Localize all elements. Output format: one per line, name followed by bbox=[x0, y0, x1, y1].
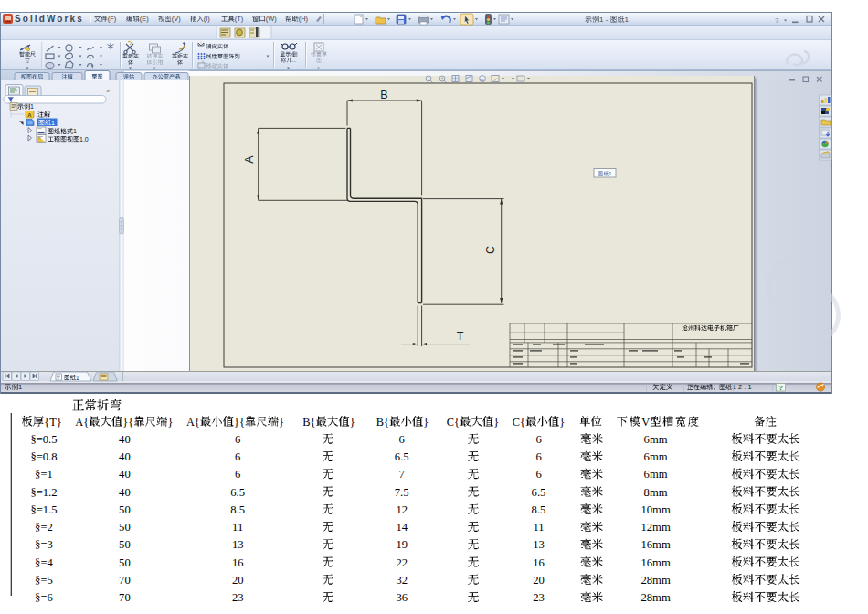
svg-text:13: 13 bbox=[533, 538, 545, 551]
svg-text:11: 11 bbox=[533, 521, 544, 534]
svg-text:(W): (W) bbox=[266, 15, 277, 23]
svg-text:6: 6 bbox=[235, 450, 240, 463]
svg-text:8mm: 8mm bbox=[644, 486, 668, 499]
svg-text:}: } bbox=[559, 416, 565, 429]
svg-text:8.5: 8.5 bbox=[532, 503, 546, 516]
svg-text:C: C bbox=[484, 246, 497, 254]
svg-text:(T): (T) bbox=[235, 15, 243, 23]
svg-text:2 : 1: 2 : 1 bbox=[738, 383, 752, 391]
svg-text:40: 40 bbox=[119, 450, 131, 463]
svg-text:1.0: 1.0 bbox=[79, 136, 89, 143]
svg-text:1: 1 bbox=[609, 171, 611, 176]
svg-text:§=1: §=1 bbox=[35, 468, 53, 481]
svg-text:22: 22 bbox=[396, 556, 408, 569]
svg-text:§=5: §=5 bbox=[35, 574, 53, 587]
svg-text:12mm: 12mm bbox=[641, 521, 671, 534]
svg-text:}{: }{ bbox=[234, 416, 245, 429]
svg-text:6: 6 bbox=[235, 433, 240, 446]
svg-text:50: 50 bbox=[119, 556, 131, 569]
svg-text:§=1.2: §=1.2 bbox=[30, 486, 57, 499]
svg-text:§=2: §=2 bbox=[35, 521, 53, 534]
svg-text:§=6: §=6 bbox=[35, 591, 53, 604]
svg-text:40: 40 bbox=[119, 433, 131, 446]
svg-text:50: 50 bbox=[119, 521, 131, 534]
svg-text:7: 7 bbox=[399, 468, 405, 481]
svg-text:6: 6 bbox=[535, 450, 541, 463]
svg-text:23: 23 bbox=[533, 591, 545, 604]
svg-text:40: 40 bbox=[119, 486, 131, 499]
svg-text:(I): (I) bbox=[204, 15, 210, 23]
svg-text:}: } bbox=[423, 416, 429, 429]
svg-text:32: 32 bbox=[396, 574, 408, 587]
svg-text:V: V bbox=[641, 416, 650, 429]
svg-text:36: 36 bbox=[396, 591, 408, 604]
svg-text:6mm: 6mm bbox=[644, 450, 668, 463]
svg-text:23: 23 bbox=[232, 591, 244, 604]
svg-text:12: 12 bbox=[396, 503, 408, 516]
svg-text:11: 11 bbox=[232, 521, 243, 534]
svg-text:§=4: §=4 bbox=[35, 556, 53, 569]
svg-text:19: 19 bbox=[396, 538, 408, 551]
svg-text:28mm: 28mm bbox=[641, 591, 671, 604]
svg-text:20: 20 bbox=[232, 574, 244, 587]
svg-text:?: ? bbox=[778, 384, 783, 392]
svg-text:6: 6 bbox=[535, 468, 541, 481]
svg-text:§=3: §=3 bbox=[35, 538, 53, 551]
svg-text:1: 1 bbox=[73, 128, 77, 134]
svg-text:6.5: 6.5 bbox=[532, 486, 546, 499]
svg-text:A: A bbox=[27, 112, 32, 118]
svg-text:{T}: {T} bbox=[44, 416, 61, 429]
svg-text:6.5: 6.5 bbox=[395, 450, 409, 463]
svg-text:1: 1 bbox=[51, 120, 55, 126]
svg-text:...: ... bbox=[292, 58, 297, 63]
svg-text:50: 50 bbox=[119, 503, 131, 516]
svg-text:A{: A{ bbox=[75, 416, 89, 429]
svg-text:6: 6 bbox=[235, 468, 240, 481]
svg-text:?: ? bbox=[775, 16, 779, 25]
svg-text:1: 1 bbox=[76, 375, 79, 381]
svg-text:28mm: 28mm bbox=[641, 574, 671, 587]
svg-text:1: 1 bbox=[30, 103, 34, 110]
svg-text:}: } bbox=[279, 416, 284, 429]
svg-text:SolidWorks: SolidWorks bbox=[15, 14, 84, 24]
svg-text:40: 40 bbox=[119, 468, 131, 481]
svg-text:§=0.5: §=0.5 bbox=[30, 433, 57, 446]
svg-text:(E): (E) bbox=[140, 15, 149, 23]
svg-text:B{: B{ bbox=[302, 416, 315, 429]
svg-text:10mm: 10mm bbox=[641, 503, 671, 516]
svg-text:6.5: 6.5 bbox=[230, 486, 245, 499]
svg-text:6: 6 bbox=[535, 433, 541, 446]
svg-text:/: / bbox=[291, 52, 292, 58]
svg-text:20: 20 bbox=[533, 574, 545, 587]
svg-text:16mm: 16mm bbox=[641, 556, 671, 569]
svg-text:6mm: 6mm bbox=[644, 468, 668, 481]
svg-text:8.5: 8.5 bbox=[230, 503, 245, 516]
svg-text:}{: }{ bbox=[122, 416, 133, 429]
svg-text:16: 16 bbox=[533, 556, 545, 569]
svg-text:C{: C{ bbox=[447, 416, 460, 429]
svg-text:A: A bbox=[243, 155, 256, 164]
svg-text:B: B bbox=[380, 89, 387, 101]
svg-text:70: 70 bbox=[119, 574, 131, 587]
svg-text:13: 13 bbox=[232, 538, 244, 551]
svg-text:6mm: 6mm bbox=[644, 433, 668, 446]
svg-text:16: 16 bbox=[232, 556, 244, 569]
svg-text:50: 50 bbox=[119, 538, 131, 551]
svg-text:7.5: 7.5 bbox=[395, 486, 409, 499]
svg-text:}: } bbox=[350, 416, 355, 429]
svg-text:A{: A{ bbox=[186, 416, 200, 429]
svg-text:1 -: 1 - bbox=[599, 16, 610, 24]
svg-text:(V): (V) bbox=[172, 15, 181, 23]
svg-text:§=0.8: §=0.8 bbox=[30, 450, 57, 463]
svg-text:C{: C{ bbox=[513, 416, 525, 429]
svg-text:(F): (F) bbox=[108, 15, 116, 23]
svg-text:1: 1 bbox=[18, 383, 22, 391]
svg-text:1: 1 bbox=[625, 16, 630, 24]
svg-text:6: 6 bbox=[399, 433, 405, 446]
svg-text:§=1.5: §=1.5 bbox=[30, 503, 57, 516]
svg-text:}: } bbox=[493, 416, 499, 429]
svg-text:}: } bbox=[167, 416, 173, 429]
svg-text:14: 14 bbox=[396, 521, 408, 534]
svg-text:70: 70 bbox=[119, 591, 131, 604]
svg-text:(H): (H) bbox=[299, 15, 308, 23]
